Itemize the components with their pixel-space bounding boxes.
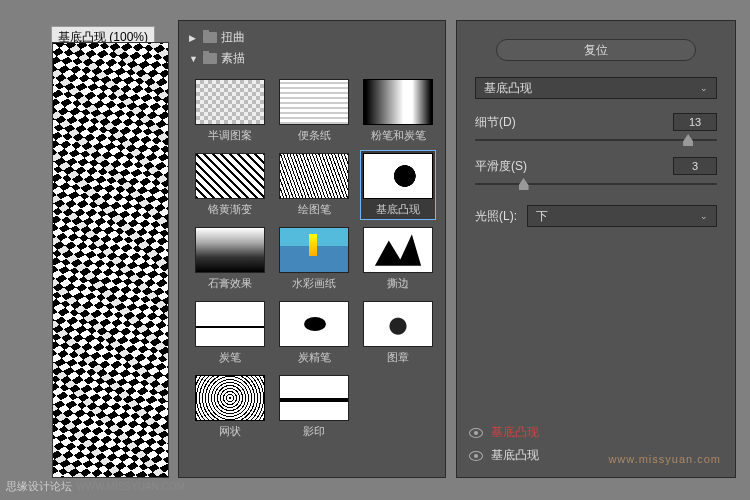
filter-gallery-panel: ▶ 扭曲 ▼ 素描 半调图案便条纸粉笔和炭笔铬黄渐变绘图笔基底凸现石膏效果水彩画… xyxy=(178,20,446,478)
category-distort[interactable]: ▶ 扭曲 xyxy=(189,27,435,48)
layer-label: 基底凸现 xyxy=(491,447,539,464)
light-select-value: 下 xyxy=(536,208,548,225)
smooth-slider[interactable] xyxy=(475,177,717,191)
filter-select[interactable]: 基底凸现 ⌄ xyxy=(475,77,717,99)
thumb-image xyxy=(279,375,349,421)
filter-thumb-12[interactable]: 网状 xyxy=(193,373,267,441)
filter-thumb-13[interactable]: 影印 xyxy=(277,373,351,441)
thumb-label: 铬黄渐变 xyxy=(208,202,252,217)
filter-thumb-1[interactable]: 便条纸 xyxy=(277,77,351,145)
effect-layer-row[interactable]: 基底凸现 xyxy=(469,421,723,444)
settings-panel: 复位 基底凸现 ⌄ 细节(D) 平滑度(S) 光照(L): 下 ⌄ 基底凸现 xyxy=(456,20,736,478)
light-label: 光照(L): xyxy=(475,208,517,225)
thumb-image xyxy=(195,301,265,347)
category-sketch[interactable]: ▼ 素描 xyxy=(189,48,435,69)
thumb-label: 石膏效果 xyxy=(208,276,252,291)
light-select[interactable]: 下 ⌄ xyxy=(527,205,717,227)
slider-thumb[interactable] xyxy=(519,178,529,190)
triangle-right-icon: ▶ xyxy=(189,33,199,43)
triangle-down-icon: ▼ xyxy=(189,54,199,64)
filter-thumb-6[interactable]: 石膏效果 xyxy=(193,225,267,293)
category-label: 扭曲 xyxy=(221,29,245,46)
eye-icon[interactable] xyxy=(469,451,483,461)
thumb-image xyxy=(363,79,433,125)
filter-thumb-4[interactable]: 绘图笔 xyxy=(277,151,351,219)
filter-thumb-11[interactable]: 图章 xyxy=(361,299,435,367)
thumb-label: 图章 xyxy=(387,350,409,365)
thumb-label: 炭精笔 xyxy=(298,350,331,365)
thumb-image xyxy=(195,227,265,273)
eye-icon[interactable] xyxy=(469,428,483,438)
filter-select-value: 基底凸现 xyxy=(484,80,532,97)
filter-thumb-10[interactable]: 炭精笔 xyxy=(277,299,351,367)
filter-thumb-2[interactable]: 粉笔和炭笔 xyxy=(361,77,435,145)
smooth-label: 平滑度(S) xyxy=(475,158,527,175)
thumb-label: 网状 xyxy=(219,424,241,439)
watermark: www.missyuan.com xyxy=(608,453,721,465)
thumb-image xyxy=(279,153,349,199)
footer-credit: 思缘设计论坛WWW.MISSYUAN.COM xyxy=(6,479,185,494)
filter-thumb-9[interactable]: 炭笔 xyxy=(193,299,267,367)
filter-thumb-0[interactable]: 半调图案 xyxy=(193,77,267,145)
thumb-label: 基底凸现 xyxy=(376,202,420,217)
thumb-image xyxy=(195,153,265,199)
reset-button[interactable]: 复位 xyxy=(496,39,696,61)
preview-image xyxy=(53,43,168,477)
filter-thumbnail-grid: 半调图案便条纸粉笔和炭笔铬黄渐变绘图笔基底凸现石膏效果水彩画纸撕边炭笔炭精笔图章… xyxy=(193,77,435,441)
thumb-image xyxy=(363,301,433,347)
chevron-down-icon: ⌄ xyxy=(700,83,708,93)
thumb-label: 水彩画纸 xyxy=(292,276,336,291)
thumb-image xyxy=(279,79,349,125)
thumb-label: 影印 xyxy=(303,424,325,439)
thumb-label: 半调图案 xyxy=(208,128,252,143)
thumb-image xyxy=(363,153,433,199)
filter-thumb-7[interactable]: 水彩画纸 xyxy=(277,225,351,293)
thumb-label: 粉笔和炭笔 xyxy=(371,128,426,143)
detail-slider[interactable] xyxy=(475,133,717,147)
thumb-image xyxy=(363,227,433,273)
preview-pane xyxy=(52,42,169,478)
thumb-image xyxy=(279,227,349,273)
slider-thumb[interactable] xyxy=(683,134,693,146)
detail-label: 细节(D) xyxy=(475,114,516,131)
thumb-label: 便条纸 xyxy=(298,128,331,143)
folder-icon xyxy=(203,53,217,64)
smooth-value[interactable] xyxy=(673,157,717,175)
thumb-label: 撕边 xyxy=(387,276,409,291)
filter-thumb-3[interactable]: 铬黄渐变 xyxy=(193,151,267,219)
detail-value[interactable] xyxy=(673,113,717,131)
thumb-image xyxy=(195,79,265,125)
filter-thumb-5[interactable]: 基底凸现 xyxy=(361,151,435,219)
chevron-down-icon: ⌄ xyxy=(700,211,708,221)
thumb-image xyxy=(279,301,349,347)
layer-label: 基底凸现 xyxy=(491,424,539,441)
thumb-label: 炭笔 xyxy=(219,350,241,365)
filter-thumb-8[interactable]: 撕边 xyxy=(361,225,435,293)
thumb-label: 绘图笔 xyxy=(298,202,331,217)
folder-icon xyxy=(203,32,217,43)
category-label: 素描 xyxy=(221,50,245,67)
thumb-image xyxy=(195,375,265,421)
